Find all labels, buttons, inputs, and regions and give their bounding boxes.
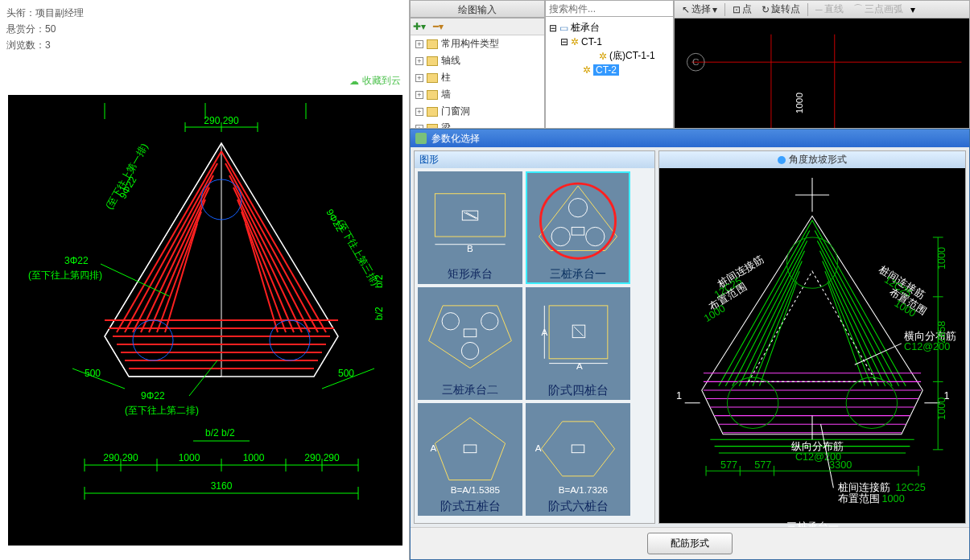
component-tree-body: ▾ ⊟▭桩承台 ⊟✲CT-1 ✲(底)CT-1-1 ✲CT-2 [545,0,674,129]
shape-label: 阶式四桩台 [527,381,629,400]
svg-point-88 [442,313,459,330]
tool-label: 旋转点 [771,2,800,16]
svg-text:500: 500 [338,368,354,379]
tree-item-common[interactable]: +常用构件类型 [411,35,544,52]
svg-rect-103 [572,445,584,453]
svg-point-89 [481,313,498,330]
svg-rect-90 [464,329,477,337]
svg-rect-99 [464,445,477,453]
select-tool[interactable]: ↖选择▾ [679,2,720,17]
component-tree: ⊟▭桩承台 ⊟✲CT-1 ✲(底)CT-1-1 ✲CT-2 [546,17,673,128]
point-tool[interactable]: ⊡点 [730,2,754,17]
svg-point-32 [133,320,173,360]
separator [807,3,808,16]
meta-block: 头衔：项目副经理 悬赏分：50 浏览数：3 [0,0,409,58]
dialog-titlebar[interactable]: 参数化选择 [411,130,969,147]
tree-label: 轴线 [441,54,460,68]
svg-point-135 [786,237,837,288]
svg-text:1000: 1000 [243,452,265,463]
svg-text:500: 500 [85,368,101,379]
tree-item-column[interactable]: +柱 [411,69,544,86]
rebar-form-button[interactable]: 配筋形式 [647,533,733,554]
node-label: (底)CT-1-1 [609,49,655,63]
svg-text:横向分布筋: 横向分布筋 [904,331,956,342]
cad-drawing-view: 290 290 [8,95,402,546]
drawing-input-panel: 绘图输入 ✚▾ ━▾ +常用构件类型 +轴线 +柱 +墙 +门窗洞 +梁 +板 [410,0,545,129]
svg-text:3160: 3160 [211,480,233,492]
svg-point-85 [540,183,615,258]
svg-marker-108 [702,216,923,434]
svg-marker-98 [435,418,505,480]
cad-svg: 290 290 [8,95,402,546]
tree-item-axis[interactable]: +轴线 [411,52,544,69]
line-icon: ─ [815,4,823,15]
svg-marker-102 [541,422,614,476]
tree-item-wall[interactable]: +墙 [411,86,544,103]
meta-views: 浏览数：3 [6,37,402,53]
svg-text:1000: 1000 [794,93,805,114]
svg-line-12 [125,163,217,332]
draw-body: ↖选择▾ ⊡点 ↻旋转点 ─直线 ⌒三点画弧 ▾ C 1000 [674,0,970,129]
dialog-footer: 配筋形式 [411,527,969,559]
shape-3pile-2[interactable]: 三桩承台二 [418,287,522,400]
preview-header-label: 角度放坡形式 [789,154,847,165]
save-to-cloud-button[interactable]: ☁ 收藏到云 [349,74,401,88]
comp-ct1-1[interactable]: ✲(底)CT-1-1 [549,48,670,64]
svg-point-82 [551,227,570,245]
svg-text:b/2: b/2 [374,274,385,288]
svg-text:布置范围: 布置范围 [838,493,880,504]
shape-rect[interactable]: B 矩形承台 [418,171,522,284]
svg-text:b/2: b/2 [374,307,385,320]
draw-toolbar: ↖选择▾ ⊡点 ↻旋转点 ─直线 ⌒三点画弧 ▾ [675,1,969,19]
component-panel: ▾ ⊟▭桩承台 ⊟✲CT-1 ✲(底)CT-1-1 ✲CT-2 [545,0,674,129]
drawing-input-header: 绘图输入 [410,0,545,18]
expand-icon[interactable]: ✚▾ [413,21,426,32]
draw-panel: ↖选择▾ ⊡点 ↻旋转点 ─直线 ⌒三点画弧 ▾ C 1000 [674,0,970,129]
collapse-icon[interactable]: ━▾ [433,21,444,32]
shape-step6[interactable]: A B=A/1.7326 阶式六桩台 [526,403,630,516]
meta-bounty: 悬赏分：50 [6,21,402,37]
save-cloud-label: 收藏到云 [362,74,401,88]
tree-label: 梁 [441,121,451,129]
svg-line-11 [221,151,326,332]
svg-line-109 [719,220,812,386]
point-icon: ⊡ [733,4,741,15]
svg-text:577: 577 [720,459,737,471]
svg-text:2858: 2858 [936,321,947,344]
shape-step5[interactable]: A B=A/1.5385 阶式五桩台 [418,403,522,516]
comp-root[interactable]: ⊟▭桩承台 [549,20,670,35]
comp-ct1[interactable]: ⊟✲CT-1 [549,35,670,48]
svg-text:3300: 3300 [829,459,852,471]
svg-line-18 [149,200,205,332]
svg-text:290 290: 290 290 [103,452,138,463]
left-pane: 头衔：项目副经理 悬赏分：50 浏览数：3 ☁ 收藏到云 290 290 [0,0,409,560]
arc-tool[interactable]: ⌒三点画弧 [851,2,906,17]
tree-toolbar: ✚▾ ━▾ [411,19,544,35]
right-app-pane: 绘图输入 ✚▾ ━▾ +常用构件类型 +轴线 +柱 +墙 +门窗洞 +梁 +板 … [409,0,970,560]
search-input[interactable] [546,1,673,16]
tool-label: 点 [742,2,752,16]
svg-line-116 [820,251,885,386]
shape-step4[interactable]: A A 阶式四桩台 [526,287,630,400]
svg-text:b/2 b/2: b/2 b/2 [205,427,235,439]
line-tool[interactable]: ─直线 [813,2,846,17]
preview-header: 角度放坡形式 [659,151,965,168]
svg-line-93 [574,327,584,336]
draw-canvas[interactable]: C 1000 [675,19,969,128]
svg-text:9Φ22: 9Φ22 [141,390,165,401]
comp-ct2[interactable]: ✲CT-2 [549,64,670,76]
shape-label: 阶式五桩台 [419,497,521,516]
tool-label: 直线 [824,2,844,16]
shape-label: 三桩承台二 [419,381,521,399]
svg-text:B=A/1.5385: B=A/1.5385 [451,484,500,495]
tree-label: 门窗洞 [441,105,470,118]
svg-text:桩间连接筋: 桩间连接筋 [837,482,890,493]
svg-rect-91 [549,306,608,359]
tree-item-door[interactable]: +门窗洞 [411,103,544,120]
parametric-dialog: 参数化选择 图形 B 矩形承台 [410,129,970,560]
tree-item-beam[interactable]: +梁 [411,120,544,129]
tree-label: 柱 [441,71,451,84]
shape-3pile-1[interactable]: 三桩承台一 [526,171,630,284]
preview-canvas[interactable]: 1 1 桩间连接筋 12C25 布置范围 1000 桩间连接筋 12C25 布置… [659,168,965,553]
rotate-tool[interactable]: ↻旋转点 [759,2,803,17]
